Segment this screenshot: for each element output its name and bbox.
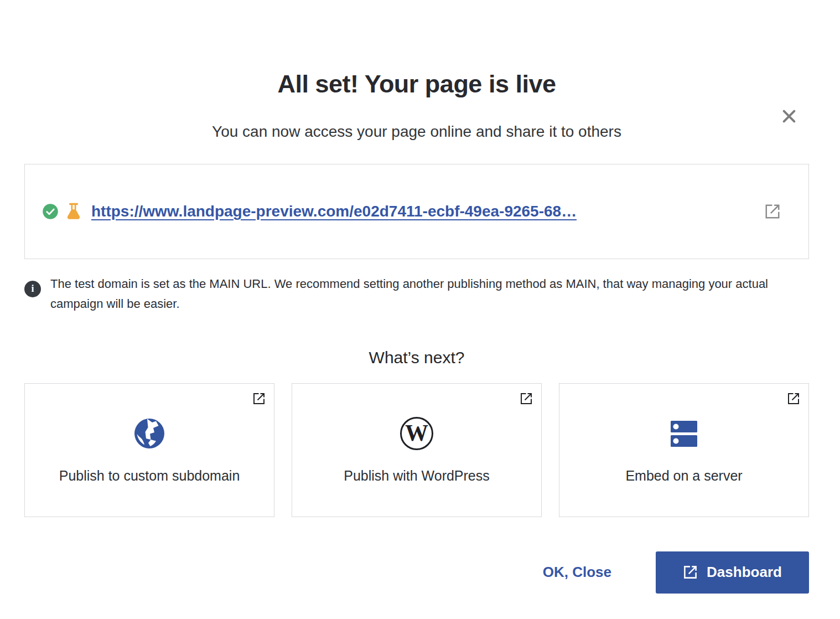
wordpress-icon: W [399, 416, 434, 451]
external-link-icon [683, 565, 698, 580]
card-label: Embed on a server [625, 468, 742, 484]
page-title: All set! Your page is live [24, 70, 809, 99]
dashboard-button[interactable]: Dashboard [656, 551, 809, 594]
external-link-icon [787, 392, 800, 405]
publish-success-modal: All set! Your page is live You can now a… [0, 70, 840, 619]
whats-next-cards: Publish to custom subdomain W Publish wi… [24, 383, 809, 517]
card-embed-server[interactable]: Embed on a server [559, 383, 809, 517]
info-icon: i [24, 281, 41, 297]
open-url-external-link-icon[interactable] [764, 203, 781, 220]
info-note: i The test domain is set as the MAIN URL… [24, 274, 809, 314]
modal-footer: OK, Close Dashboard [24, 551, 809, 594]
live-url-box: https://www.landpage-preview.com/e02d741… [24, 164, 809, 259]
info-text: The test domain is set as the MAIN URL. … [50, 274, 809, 314]
whats-next-heading: What’s next? [24, 348, 809, 367]
live-page-link[interactable]: https://www.landpage-preview.com/e02d741… [91, 203, 577, 220]
card-publish-wordpress[interactable]: W Publish with WordPress [292, 383, 542, 517]
close-icon[interactable] [780, 107, 798, 125]
external-link-icon [252, 392, 266, 405]
card-publish-custom-subdomain[interactable]: Publish to custom subdomain [24, 383, 274, 517]
server-icon [666, 416, 702, 451]
dashboard-button-label: Dashboard [707, 564, 782, 581]
check-circle-icon [42, 203, 59, 220]
test-flask-icon [65, 202, 82, 221]
card-label: Publish with WordPress [344, 468, 490, 484]
external-link-icon [520, 392, 533, 405]
card-label: Publish to custom subdomain [59, 468, 240, 484]
svg-text:W: W [405, 420, 428, 446]
page-subtitle: You can now access your page online and … [24, 123, 809, 141]
globe-icon [132, 416, 167, 451]
ok-close-button[interactable]: OK, Close [543, 564, 611, 581]
